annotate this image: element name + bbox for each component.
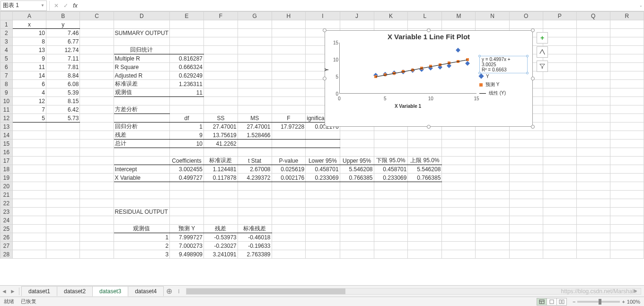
cell[interactable]	[238, 216, 272, 225]
cell[interactable]	[509, 140, 543, 148]
cell[interactable]: 0.499727	[170, 174, 204, 182]
cell[interactable]	[374, 20, 408, 29]
row-header[interactable]: 13	[0, 122, 13, 131]
cell[interactable]	[306, 199, 340, 208]
resize-handle[interactable]	[531, 77, 535, 80]
name-box[interactable]: 图表 1 ▼	[0, 0, 47, 11]
cell[interactable]	[80, 29, 114, 37]
cell[interactable]: 下限 95.0%	[374, 157, 408, 165]
cell[interactable]	[46, 174, 80, 182]
cell[interactable]	[543, 174, 576, 182]
cell[interactable]: 13.75619	[204, 131, 238, 140]
cell[interactable]	[46, 233, 80, 242]
cell[interactable]	[272, 242, 306, 250]
cell[interactable]	[610, 199, 644, 208]
cell[interactable]	[476, 225, 509, 233]
cell[interactable]	[80, 37, 114, 46]
cell[interactable]: 27.47001	[204, 122, 238, 131]
cell[interactable]	[610, 37, 644, 46]
cell[interactable]	[374, 233, 408, 242]
cell[interactable]	[442, 20, 476, 29]
cell[interactable]: R Square	[114, 63, 170, 71]
cell[interactable]	[509, 208, 543, 216]
cell[interactable]	[306, 191, 340, 199]
cell[interactable]	[543, 165, 576, 174]
zoom-value[interactable]: 100%	[627, 299, 640, 305]
cell[interactable]	[374, 199, 408, 208]
cell[interactable]	[543, 225, 576, 233]
resize-handle[interactable]	[323, 28, 326, 32]
row-header[interactable]: 26	[0, 233, 13, 242]
cell[interactable]	[272, 199, 306, 208]
cell[interactable]	[509, 20, 543, 29]
cell[interactable]	[12, 157, 46, 165]
cell[interactable]: 0.233069	[306, 174, 340, 182]
cell[interactable]	[610, 29, 644, 37]
embedded-chart[interactable]: X Variable 1 Line Fit Plot Y 051015 0510…	[325, 30, 533, 127]
cell[interactable]	[170, 199, 204, 208]
cell[interactable]	[476, 208, 509, 216]
cell[interactable]	[170, 148, 204, 157]
cell[interactable]	[46, 216, 80, 225]
chevron-down-icon[interactable]: ▼	[41, 3, 44, 8]
cell[interactable]	[374, 216, 408, 225]
cell[interactable]	[476, 199, 509, 208]
cell[interactable]	[543, 208, 576, 216]
cell[interactable]: 4.239372	[238, 174, 272, 182]
cell[interactable]	[610, 140, 644, 148]
cell[interactable]	[272, 63, 306, 71]
cell[interactable]	[204, 80, 238, 88]
cell[interactable]	[80, 80, 114, 88]
cell[interactable]: 10	[12, 29, 46, 37]
cell[interactable]	[238, 20, 272, 29]
cell[interactable]: X Variable	[114, 174, 170, 182]
cell[interactable]: 0.233069	[374, 174, 408, 182]
cell[interactable]	[442, 250, 476, 259]
cell[interactable]	[272, 46, 306, 54]
cell[interactable]	[408, 208, 442, 216]
cell[interactable]: 残差	[114, 131, 170, 140]
sheet-tab[interactable]: dataset3	[92, 286, 128, 297]
cell[interactable]: 0.816287	[170, 54, 204, 63]
cell[interactable]: 7.81	[46, 63, 80, 71]
cell[interactable]	[238, 80, 272, 88]
cell[interactable]: 5.73	[46, 114, 80, 122]
cell[interactable]	[408, 216, 442, 225]
cell[interactable]: 7.46	[46, 29, 80, 37]
cell[interactable]	[576, 174, 610, 182]
cell[interactable]	[306, 20, 340, 29]
column-header[interactable]: O	[509, 12, 543, 20]
cell[interactable]	[509, 233, 543, 242]
cell[interactable]	[272, 148, 306, 157]
cell[interactable]: 9.498909	[170, 250, 204, 259]
row-header[interactable]: 11	[0, 105, 13, 114]
cell[interactable]	[80, 242, 114, 250]
cell[interactable]	[114, 37, 170, 46]
cell[interactable]	[238, 208, 272, 216]
column-header[interactable]: K	[374, 12, 408, 20]
cell[interactable]	[114, 97, 170, 105]
cell[interactable]	[340, 140, 374, 148]
cell[interactable]	[476, 250, 509, 259]
cell[interactable]: 回归统计	[114, 46, 170, 54]
cell[interactable]	[408, 250, 442, 259]
cell[interactable]	[238, 71, 272, 80]
cell[interactable]: 17.97228	[272, 122, 306, 131]
cell[interactable]	[238, 191, 272, 199]
cell[interactable]	[272, 54, 306, 63]
cell[interactable]	[408, 242, 442, 250]
cell[interactable]	[306, 208, 340, 216]
cell[interactable]	[204, 105, 238, 114]
cell[interactable]	[306, 216, 340, 225]
cell[interactable]	[476, 20, 509, 29]
cell[interactable]	[509, 242, 543, 250]
cell[interactable]: 14	[12, 71, 46, 80]
cell[interactable]	[610, 242, 644, 250]
column-header[interactable]: A	[12, 12, 46, 20]
cell[interactable]	[204, 216, 238, 225]
cell[interactable]: SS	[204, 114, 238, 122]
cell[interactable]: 2.763389	[238, 250, 272, 259]
cell[interactable]	[12, 225, 46, 233]
cell[interactable]	[114, 148, 170, 157]
cell[interactable]	[80, 233, 114, 242]
